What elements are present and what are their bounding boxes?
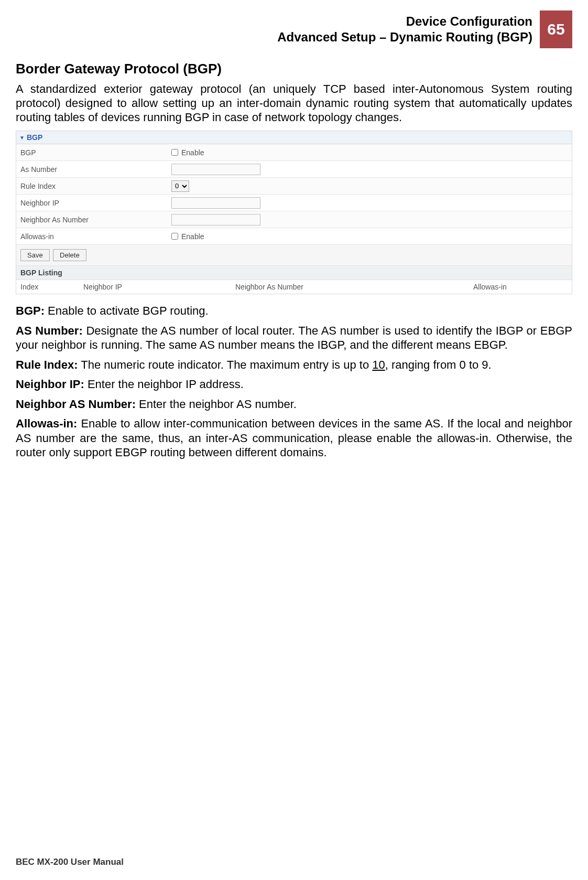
- desc-neighas: Neighbor AS Number: Enter the neighbor A…: [16, 397, 572, 412]
- footer-text: BEC MX-200 User Manual: [16, 857, 124, 867]
- label-bgp: BGP: [16, 145, 168, 160]
- input-neighbor-as[interactable]: [171, 214, 260, 226]
- panel-title: BGP: [27, 133, 42, 142]
- label-neighbor-ip: Neighbor IP: [16, 196, 168, 210]
- row-neighbor-as: Neighbor As Number: [16, 211, 572, 228]
- bgp-config-panel: ▼ BGP BGP Enable As Number Rule Index 0 …: [16, 131, 572, 294]
- delete-button[interactable]: Delete: [53, 249, 86, 261]
- desc-allowas-label: Allowas-in:: [16, 417, 77, 430]
- label-rule-index: Rule Index: [16, 179, 168, 194]
- save-button[interactable]: Save: [20, 249, 50, 261]
- desc-allowas: Allowas-in: Enable to allow inter-commun…: [16, 416, 572, 460]
- col-index: Index: [20, 283, 83, 291]
- desc-allowas-text: Enable to allow inter-communication betw…: [16, 417, 572, 459]
- checkbox-bgp-enable[interactable]: [171, 149, 178, 156]
- header-line1: Device Configuration: [277, 14, 532, 29]
- desc-bgp-label: BGP:: [16, 304, 45, 317]
- listing-columns: Index Neighbor IP Neighbor As Number All…: [16, 280, 572, 294]
- desc-ruleidx-pre: The numeric route indicator. The maximum…: [78, 358, 373, 371]
- desc-neighip: Neighbor IP: Enter the neighbor IP addre…: [16, 377, 572, 392]
- row-as-number: As Number: [16, 161, 572, 178]
- col-neighbor-ip: Neighbor IP: [83, 283, 235, 291]
- row-neighbor-ip: Neighbor IP: [16, 195, 572, 211]
- button-row: Save Delete: [16, 245, 572, 266]
- desc-bgp-text: Enable to activate BGP routing.: [45, 304, 209, 317]
- section-title: Border Gateway Protocol (BGP): [16, 61, 572, 77]
- desc-neighip-label: Neighbor IP:: [16, 378, 84, 391]
- desc-asnum-text: Designate the AS number of local router.…: [16, 324, 572, 352]
- listing-header: BGP Listing: [16, 266, 572, 280]
- input-as-number[interactable]: [171, 164, 260, 175]
- label-neighbor-as: Neighbor As Number: [16, 212, 168, 227]
- select-rule-index[interactable]: 0: [171, 180, 189, 192]
- row-rule-index: Rule Index 0: [16, 178, 572, 195]
- text-allowas-enable: Enable: [181, 232, 204, 241]
- page-header: Device Configuration Advanced Setup – Dy…: [16, 10, 572, 48]
- desc-asnum: AS Number: Designate the AS number of lo…: [16, 324, 572, 352]
- row-bgp: BGP Enable: [16, 144, 572, 161]
- desc-ruleidx: Rule Index: The numeric route indicator.…: [16, 358, 572, 372]
- desc-ruleidx-post: , ranging from 0 to 9.: [385, 358, 492, 371]
- label-as-number: As Number: [16, 162, 168, 177]
- desc-neighip-text: Enter the neighbor IP address.: [84, 378, 244, 391]
- col-neighbor-as: Neighbor As Number: [235, 283, 473, 291]
- label-allowas: Allowas-in: [16, 229, 168, 244]
- desc-neighas-label: Neighbor AS Number:: [16, 398, 136, 411]
- desc-asnum-label: AS Number:: [16, 324, 83, 337]
- desc-ruleidx-underlined: 10: [372, 358, 385, 371]
- col-allowas: Allowas-in: [473, 283, 568, 291]
- section-intro: A standardized exterior gateway protocol…: [16, 82, 572, 124]
- header-titles: Device Configuration Advanced Setup – Dy…: [277, 10, 540, 48]
- desc-bgp: BGP: Enable to activate BGP routing.: [16, 304, 572, 318]
- row-allowas: Allowas-in Enable: [16, 228, 572, 245]
- panel-header[interactable]: ▼ BGP: [16, 131, 572, 144]
- text-bgp-enable: Enable: [181, 148, 204, 157]
- page-number-badge: 65: [540, 10, 572, 48]
- input-neighbor-ip[interactable]: [171, 197, 260, 209]
- desc-neighas-text: Enter the neighbor AS number.: [136, 398, 297, 411]
- collapse-icon: ▼: [19, 135, 25, 141]
- header-line2: Advanced Setup – Dynamic Routing (BGP): [277, 29, 532, 45]
- desc-ruleidx-label: Rule Index:: [16, 358, 78, 371]
- checkbox-allowas-enable[interactable]: [171, 233, 178, 240]
